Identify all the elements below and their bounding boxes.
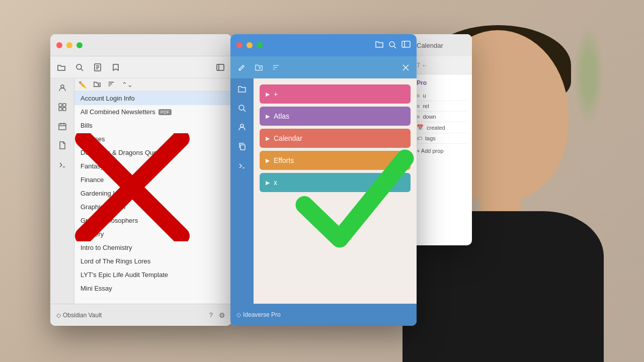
file-item-finance[interactable]: Finance — [74, 173, 231, 187]
prop-down: ≡ down — [417, 112, 467, 122]
panel-header: Calendar — [412, 34, 472, 56]
prop-created-icon: 📅 — [417, 124, 424, 131]
search-icon-rls[interactable] — [236, 103, 248, 114]
file-item-dungeons[interactable]: Dungeons & Dragons Quest — [74, 146, 231, 159]
file-item-lotr[interactable]: Lord of The Rings Lores — [74, 254, 231, 268]
minimize-button-right[interactable] — [247, 42, 253, 48]
svg-rect-12 — [63, 108, 66, 111]
new-folder-icon[interactable] — [94, 80, 101, 89]
add-folder-icon-right[interactable] — [254, 62, 264, 72]
prop-tags-icon: 🏷 — [417, 135, 422, 141]
svg-line-1 — [81, 69, 83, 71]
file-item-chemistry[interactable]: Intro to Chemistry — [74, 241, 231, 254]
panel-section-title: Pro — [417, 79, 467, 86]
toolbar-left — [50, 56, 231, 78]
prop-down-icon: ≡ — [417, 114, 420, 120]
prop-created: 📅 created — [417, 122, 467, 133]
file-item-graphic[interactable]: Graphic Design — [74, 200, 231, 214]
folder-icon[interactable] — [56, 62, 66, 72]
maximize-button-left[interactable] — [76, 42, 83, 48]
folder-plus[interactable]: ▶ + — [260, 84, 411, 104]
folder-atlas[interactable]: ▶ Atlas — [260, 107, 411, 126]
statusbar-left: ◇ Obsidian Vault ? ⚙ — [50, 304, 231, 326]
close-button-left[interactable] — [56, 42, 62, 48]
terminal-icon-rls[interactable] — [236, 160, 248, 171]
person-icon[interactable] — [57, 82, 68, 94]
person-icon-rls[interactable] — [236, 122, 248, 133]
left-window: ✏️ ⌃⌄ Account Login Info All Co — [50, 34, 231, 326]
file-item-mini-essay[interactable]: Mini Essay — [74, 282, 231, 295]
titlebar-right — [230, 34, 417, 56]
new-note-toolbar-icon[interactable]: ✏️ — [78, 81, 87, 88]
folder-icon-rls[interactable] — [236, 83, 248, 95]
vault-icon-right: ◇ — [236, 311, 241, 318]
left-icon-sidebar — [50, 78, 74, 326]
panel-nav[interactable]: 7 ← — [412, 56, 472, 74]
sort-icon-right[interactable] — [271, 62, 281, 72]
file-item-lyt[interactable]: LYT's Epic Life Audit Template — [74, 268, 231, 282]
file-item-gardening[interactable]: Gardening Ideas — [74, 187, 231, 200]
statusbar-right: ◇ Ideaverse Pro — [230, 304, 417, 326]
file-item-account-login[interactable]: Account Login Info — [74, 92, 231, 105]
vault-name-label: Obsidian Vault — [63, 312, 102, 319]
add-property-button[interactable]: + Add prop — [417, 144, 467, 158]
properties-panel: Calendar 7 ← Pro ≡ u ≡ rel ≡ down 📅 crea… — [412, 34, 472, 245]
expand-icon[interactable]: ⌃⌄ — [122, 81, 133, 88]
document-icon[interactable] — [57, 140, 68, 151]
file-item-bills[interactable]: Bills — [74, 119, 231, 132]
folder-list: ▶ + ▶ Atlas ▶ Calendar ▶ Efforts ▶ x — [254, 78, 417, 304]
svg-point-23 — [389, 42, 394, 47]
svg-rect-10 — [63, 104, 66, 107]
prop-rel: ≡ rel — [417, 101, 467, 112]
settings-icon[interactable]: ⚙ — [219, 311, 225, 319]
help-icon[interactable]: ? — [209, 311, 213, 319]
folder-x[interactable]: ▶ x — [260, 173, 411, 192]
graph-icon[interactable] — [57, 102, 68, 113]
svg-point-0 — [76, 64, 82, 69]
svg-rect-11 — [59, 108, 62, 111]
file-item-grocery[interactable]: Grocery — [74, 227, 231, 241]
svg-rect-6 — [217, 64, 224, 70]
search-icon-right-tb[interactable] — [388, 41, 396, 50]
sidebar-toggle-icon[interactable] — [215, 62, 225, 72]
svg-rect-9 — [59, 104, 62, 107]
file-item-greek[interactable]: Greek Philosophers — [74, 214, 231, 227]
file-item-fantasy[interactable]: Fantasy Films — [74, 159, 231, 173]
svg-rect-13 — [59, 124, 66, 130]
close-icon-right[interactable] — [400, 62, 411, 72]
file-item-courses[interactable]: Courses — [74, 132, 231, 146]
prop-u-icon: ≡ — [417, 93, 420, 99]
prop-tags: 🏷 tags — [417, 133, 467, 144]
svg-line-24 — [394, 46, 396, 48]
copy-icon-rls[interactable] — [236, 141, 248, 152]
minimize-button-left[interactable] — [66, 42, 72, 48]
folder-calendar[interactable]: ▶ Calendar — [260, 129, 411, 148]
file-item-newsletters[interactable]: All Combined Newsletters PDF — [74, 105, 231, 119]
search-icon[interactable] — [74, 62, 85, 72]
svg-line-36 — [244, 110, 246, 112]
close-button-right[interactable] — [236, 42, 243, 48]
folder-icon-right-tb[interactable] — [375, 41, 383, 50]
calendar-icon[interactable] — [57, 121, 68, 132]
left-icon-sidebar-right — [230, 78, 254, 326]
toolbar-right — [230, 56, 417, 78]
right-window: ▶ + ▶ Atlas ▶ Calendar ▶ Efforts ▶ x ◇ I… — [230, 34, 417, 326]
sidebar-toggle-right-tb[interactable] — [401, 41, 411, 50]
svg-point-35 — [239, 105, 244, 110]
prop-u: ≡ u — [417, 90, 467, 101]
maximize-button-right[interactable] — [257, 42, 263, 48]
edit-icon-right[interactable] — [236, 62, 247, 72]
svg-point-8 — [61, 85, 64, 88]
prop-rel-icon: ≡ — [417, 103, 420, 109]
panel-content: Pro ≡ u ≡ rel ≡ down 📅 created 🏷 tags + … — [412, 74, 472, 163]
titlebar-left — [50, 34, 231, 56]
new-note-icon[interactable] — [93, 62, 103, 72]
vault-icon: ◇ — [56, 312, 61, 319]
file-list: ✏️ ⌃⌄ Account Login Info All Co — [74, 78, 231, 304]
bookmark-icon[interactable] — [111, 62, 121, 72]
folder-efforts[interactable]: ▶ Efforts — [260, 151, 411, 170]
terminal-icon[interactable] — [57, 159, 68, 170]
svg-rect-38 — [240, 145, 245, 150]
sort-icon[interactable] — [108, 80, 115, 89]
svg-rect-25 — [402, 41, 410, 47]
